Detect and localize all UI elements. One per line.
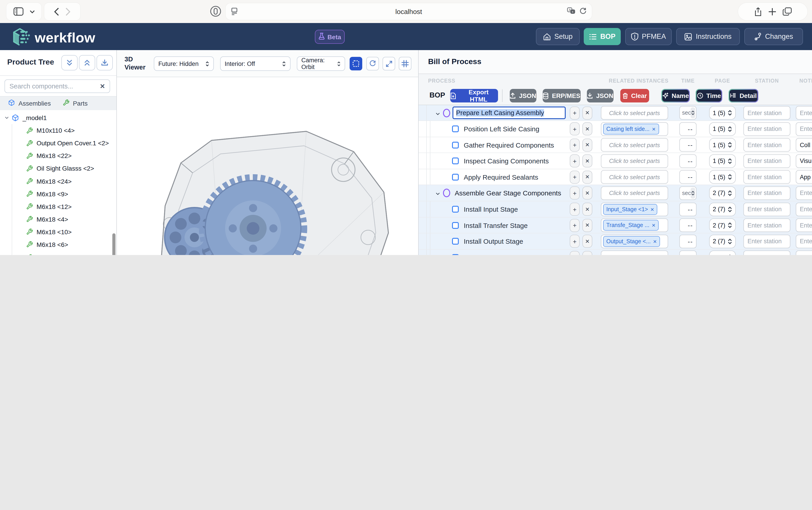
station-input[interactable]: Enter station — [744, 202, 790, 216]
related-instances-field[interactable]: Click to select parts — [601, 170, 668, 184]
remove-instance-icon[interactable]: ✕ — [653, 239, 657, 244]
note-input[interactable]: Ente — [796, 187, 812, 200]
tree-item[interactable]: Oil Sight Glasss <2> — [0, 162, 112, 175]
add-step-button[interactable]: + — [570, 154, 580, 168]
instance-chip[interactable]: Output_Stage <...✕ — [603, 236, 660, 247]
delete-step-button[interactable]: ✕ — [582, 171, 592, 184]
note-input[interactable]: Ente — [796, 219, 812, 232]
bop-step-row[interactable]: Install Input Stage+✕Input_Stage <1>✕--2… — [419, 201, 812, 217]
translate-icon[interactable]: Ax — [567, 7, 575, 16]
privacy-badge-icon[interactable] — [210, 5, 221, 17]
erp-mes-button[interactable]: ERP/MES — [543, 89, 580, 103]
bop-step-row[interactable]: Install Transfer Stage+✕Transfe_Stage ..… — [419, 217, 812, 233]
related-instances-field[interactable]: Casing left side...✕ — [601, 122, 668, 136]
station-input[interactable]: Enter station — [744, 235, 790, 248]
name-ai-button[interactable]: Name — [661, 89, 690, 103]
tree-item[interactable]: _model1 — [0, 111, 112, 124]
add-step-button[interactable]: + — [570, 219, 580, 232]
time-input[interactable]: sec — [680, 106, 696, 120]
tree-item[interactable]: M6x18 <24> — [0, 175, 112, 188]
reader-view-icon[interactable] — [231, 3, 238, 20]
forward-icon[interactable] — [65, 7, 70, 16]
new-tab-icon[interactable] — [768, 7, 776, 16]
collapse-chevron-icon[interactable] — [435, 110, 441, 118]
gearbox-3d-model[interactable] — [117, 77, 419, 255]
remove-instance-icon[interactable]: ✕ — [650, 206, 654, 212]
add-step-button[interactable]: + — [570, 203, 580, 216]
station-input[interactable]: Enter station — [744, 251, 790, 255]
step-checkbox[interactable] — [452, 254, 459, 255]
delete-step-button[interactable]: ✕ — [582, 122, 592, 135]
note-input[interactable]: Clea — [796, 251, 812, 255]
delete-step-button[interactable]: ✕ — [582, 235, 592, 248]
step-checkbox[interactable] — [452, 141, 459, 148]
fullscreen-button[interactable] — [383, 57, 395, 70]
related-instances-field[interactable]: Click to select parts — [601, 251, 668, 255]
step-checkbox[interactable] — [452, 238, 459, 245]
tree-item[interactable]: M6x18 <9> — [0, 188, 112, 200]
tabs-overview-icon[interactable] — [782, 7, 791, 16]
note-input[interactable]: Ente — [796, 106, 812, 120]
search-input[interactable]: Search components... ✕ — [4, 79, 110, 93]
time-input[interactable]: -- — [680, 235, 696, 248]
related-instances-field[interactable]: Click to select parts — [601, 138, 668, 152]
step-checkbox[interactable] — [452, 158, 459, 165]
bop-step-row[interactable]: Inspect Casing Components+✕Click to sele… — [419, 153, 812, 169]
grid-toggle-button[interactable] — [399, 57, 412, 70]
delete-step-button[interactable]: ✕ — [582, 203, 592, 216]
back-icon[interactable] — [54, 7, 59, 16]
nav-setup-button[interactable]: Setup — [536, 28, 580, 45]
instance-chip[interactable]: Casing left side...✕ — [603, 123, 659, 134]
note-input[interactable]: Ente — [796, 122, 812, 136]
page-stepper[interactable]: 2 (7) — [709, 219, 736, 232]
step-checkbox[interactable] — [452, 222, 459, 229]
remove-instance-icon[interactable]: ✕ — [652, 223, 656, 228]
tree-item[interactable]: M10x110 <4> — [0, 124, 112, 137]
collapse-all-button[interactable] — [79, 55, 95, 70]
time-input[interactable]: -- — [680, 219, 696, 232]
page-stepper[interactable]: 2 (7) — [709, 251, 736, 255]
nav-instructions-button[interactable]: Instructions — [676, 28, 740, 45]
bop-step-row[interactable]: Apply Required Sealants+✕Click to select… — [419, 169, 812, 185]
tree-item[interactable]: Casing-right-side-agnee ... — [0, 251, 112, 255]
tree-item[interactable]: M6x18 <12> — [0, 200, 112, 213]
tree-chevron-down-icon[interactable] — [4, 115, 9, 120]
bop-step-row[interactable]: Install Output Stage+✕Output_Stage <...✕… — [419, 233, 812, 250]
remove-instance-icon[interactable]: ✕ — [652, 126, 656, 132]
reload-icon[interactable] — [580, 7, 587, 16]
bop-step-row[interactable]: Prepare Gear Housing+✕Click to select pa… — [419, 250, 812, 255]
page-stepper[interactable]: 1 (5) — [709, 138, 736, 152]
station-input[interactable]: Enter station — [744, 122, 790, 136]
future-select[interactable]: Future: Hidden — [154, 56, 214, 71]
related-instances-field[interactable]: Click to select parts — [601, 187, 668, 200]
json-download-button[interactable]: JSON — [587, 89, 613, 103]
nav-bop-button[interactable]: BOP — [584, 28, 621, 45]
time-input[interactable]: -- — [680, 138, 696, 152]
camera-select[interactable]: Camera: Orbit — [297, 56, 345, 71]
note-input[interactable]: Visu — [796, 154, 812, 168]
nav-pfmea-button[interactable]: PFMEA — [625, 28, 672, 45]
legend-parts[interactable]: Parts — [62, 99, 88, 107]
operation-circle-icon[interactable] — [443, 109, 450, 117]
bop-operation-row[interactable]: Prepare Left Casing Assembly+✕Click to s… — [419, 105, 812, 121]
step-checkbox[interactable] — [452, 206, 459, 213]
page-stepper[interactable]: 2 (7) — [709, 187, 736, 200]
time-input[interactable]: -- — [680, 202, 696, 216]
tree-vertical-scrollbar[interactable] — [112, 233, 116, 255]
related-instances-field[interactable]: Output_Stage <...✕ — [601, 235, 668, 248]
delete-step-button[interactable]: ✕ — [582, 187, 592, 200]
add-step-button[interactable]: + — [570, 171, 580, 184]
station-input[interactable]: Enter station — [744, 106, 790, 120]
delete-step-button[interactable]: ✕ — [582, 106, 592, 119]
tree-item[interactable]: M6x18 <4> — [0, 213, 112, 226]
add-step-button[interactable]: + — [570, 122, 580, 135]
time-spinner[interactable] — [691, 107, 695, 118]
download-tree-button[interactable] — [96, 55, 113, 70]
station-input[interactable]: Enter station — [744, 154, 790, 168]
page-stepper[interactable]: 2 (7) — [709, 235, 736, 248]
select-tool-button[interactable] — [350, 57, 362, 70]
reset-view-button[interactable] — [366, 57, 379, 70]
operation-circle-icon[interactable] — [443, 189, 450, 197]
detail-ai-button[interactable]: Detail — [728, 89, 758, 103]
collapse-chevron-icon[interactable] — [435, 191, 441, 199]
